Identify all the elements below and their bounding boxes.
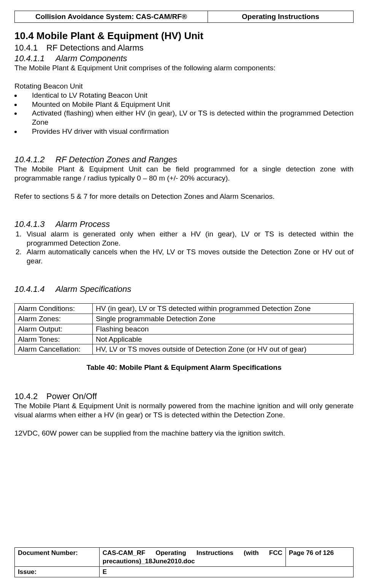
para-10-4-1-2a: The Mobile Plant & Equipment Unit can be… bbox=[14, 165, 354, 183]
heading-num: 10.4.1.4 bbox=[14, 284, 56, 295]
heading-10-4-1: 10.4.1RF Detections and Alarms bbox=[14, 43, 354, 53]
list-item: Mounted on Mobile Plant & Equipment Unit bbox=[21, 100, 354, 109]
list-item: Activated (flashing) when either HV (in … bbox=[21, 109, 354, 127]
heading-10-4-2: 10.4.2Power On/Off bbox=[14, 391, 354, 402]
table-caption: Table 40: Mobile Plant & Equipment Alarm… bbox=[14, 363, 354, 372]
heading-title: Power On/Off bbox=[46, 391, 97, 401]
para-10-4-2b: 12VDC, 60W power can be supplied from th… bbox=[14, 429, 354, 438]
heading-title: RF Detection Zones and Ranges bbox=[56, 155, 177, 164]
heading-10-4-1-4: 10.4.1.4Alarm Specifications bbox=[14, 284, 354, 295]
intro-10-4-1-1: The Mobile Plant & Equipment Unit compri… bbox=[14, 63, 354, 73]
alarm-process-list: Visual alarm is generated only when eith… bbox=[14, 230, 354, 266]
heading-num: 10.4.1.3 bbox=[14, 219, 56, 230]
list-item: Alarm automatically cancels when the HV,… bbox=[24, 247, 354, 266]
heading-num: 10.4.1.2 bbox=[14, 154, 56, 165]
header-right: Operating Instructions bbox=[208, 11, 353, 23]
heading-title: Alarm Specifications bbox=[56, 284, 131, 294]
list-item: Identical to LV Rotating Beacon Unit bbox=[21, 91, 354, 100]
heading-10-4: 10.4 Mobile Plant & Equipment (HV) Unit bbox=[14, 30, 354, 42]
heading-title: Alarm Process bbox=[56, 219, 110, 229]
para-10-4-2a: The Mobile Plant & Equipment Unit is nor… bbox=[14, 401, 354, 420]
table-row: Alarm Cancellation:HV, LV or TS moves ou… bbox=[15, 344, 354, 355]
heading-title: Alarm Components bbox=[56, 54, 127, 63]
table-row: Alarm Output:Flashing beacon bbox=[15, 324, 354, 334]
heading-num: 10.4 bbox=[14, 30, 34, 41]
table-row: Alarm Tones:Not Applicable bbox=[15, 334, 354, 344]
heading-num: 10.4.2 bbox=[14, 391, 46, 402]
heading-10-4-1-1: 10.4.1.1Alarm Components bbox=[14, 53, 354, 64]
heading-10-4-1-3: 10.4.1.3Alarm Process bbox=[14, 219, 354, 230]
list-item: Provides HV driver with visual confirmat… bbox=[21, 127, 354, 136]
alarm-spec-table: Alarm Conditions:HV (in gear), LV or TS … bbox=[14, 303, 354, 355]
heading-title: Mobile Plant & Equipment (HV) Unit bbox=[36, 30, 203, 41]
heading-title: RF Detections and Alarms bbox=[46, 43, 144, 52]
list-item: Visual alarm is generated only when eith… bbox=[24, 230, 354, 248]
page-header-table: Collision Avoidance System: CAS-CAM/RF® … bbox=[14, 11, 354, 23]
table-row: Alarm Zones:Single programmable Detectio… bbox=[15, 314, 354, 324]
beacon-bullets: Identical to LV Rotating Beacon Unit Mou… bbox=[14, 91, 354, 136]
heading-num: 10.4.1 bbox=[14, 43, 46, 53]
para-10-4-1-2b: Refer to sections 5 & 7 for more details… bbox=[14, 192, 354, 201]
header-left: Collision Avoidance System: CAS-CAM/RF® bbox=[15, 11, 208, 23]
heading-num: 10.4.1.1 bbox=[14, 53, 56, 64]
heading-10-4-1-2: 10.4.1.2RF Detection Zones and Ranges bbox=[14, 154, 354, 165]
beacon-heading: Rotating Beacon Unit bbox=[14, 82, 354, 91]
table-row: Alarm Conditions:HV (in gear), LV or TS … bbox=[15, 304, 354, 314]
